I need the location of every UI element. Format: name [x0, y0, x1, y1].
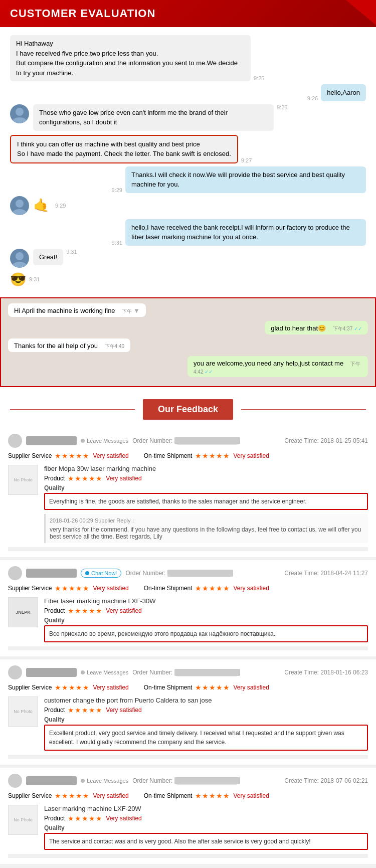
msg-text-5: Thanks.I will check it now.We will provi… — [125, 166, 366, 193]
buyer-avatar-2 — [8, 566, 22, 580]
supplier-satisfied-4: Very satisfied — [93, 792, 128, 799]
order-info-3: Order Number: ██████████████ — [132, 669, 240, 676]
avatar-3 — [10, 104, 29, 123]
supplier-service-rating-4: Supplier Service ★★★★★ Very satisfied — [8, 792, 129, 800]
leave-dot-1 — [81, 439, 85, 443]
chat-message-5: 9:29 Thanks.I will check it now.We will … — [10, 166, 366, 193]
wa-message-2: glad to hear that😊 下午4:37 ✓✓ — [8, 321, 368, 334]
leave-dot-4 — [81, 779, 85, 783]
quality-label-3: Quality — [44, 716, 368, 723]
quality-text-3: Excellent product, very good service and… — [44, 725, 368, 751]
avatar-6 — [10, 196, 29, 215]
chat-message-6-wrap: 🤙 9:29 — [10, 196, 366, 215]
product-satisfied-3: Very satisfied — [106, 707, 141, 714]
wa-text-1: Hi April the machine is working fine — [14, 307, 115, 314]
supplier-satisfied-3: Very satisfied — [93, 684, 128, 691]
on-time-stars-3: ★★★★★ — [195, 683, 230, 691]
avatar-8 — [10, 249, 29, 268]
product-row-3: No Photo customer change the port from P… — [8, 697, 368, 751]
chat-section-1: Hi Hathaway I have received five price,t… — [0, 27, 376, 297]
leave-message-button-3[interactable]: Leave Messages — [81, 669, 128, 675]
svg-point-4 — [16, 252, 24, 260]
review-card-3: ██████████ Leave Messages Order Number: … — [0, 659, 376, 768]
msg-text-2: hello,Aaron — [321, 84, 366, 101]
order-info-2: Order Number: ██████████████ — [125, 570, 233, 577]
on-time-label-1: On-time Shipment — [144, 452, 193, 459]
review-ratings-3: Supplier Service ★★★★★ Very satisfied On… — [8, 683, 368, 691]
supplier-reply-1: 2018-01-26 00:29 Supplier Reply： very th… — [44, 514, 368, 543]
review-header-3: ██████████ Leave Messages Order Number: … — [8, 665, 368, 679]
quality-section-2: Quality Все приехало во время, рекоменду… — [44, 617, 368, 642]
review-ratings-2: Supplier Service ★★★★★ Very satisfied On… — [8, 584, 368, 592]
buyer-name-3: ██████████ — [26, 668, 77, 677]
on-time-stars-1: ★★★★★ — [195, 452, 230, 460]
msg-time-9: 9:31 — [29, 276, 40, 282]
review-card-1: ██████████ Leave Messages Order Number: … — [0, 428, 376, 560]
wa-time-3: 下午4:40 — [105, 343, 124, 349]
create-time-2: Create Time: 2018-04-24 11:27 — [284, 570, 368, 577]
product-rating-row-1: Product ★★★★★ Very satisfied — [44, 474, 368, 482]
product-label-4: Product — [44, 815, 65, 822]
header-ribbon-decoration — [346, 0, 376, 25]
svg-point-5 — [13, 262, 27, 268]
review-header-2: ██████████ Chat Now! Order Number: █████… — [8, 566, 368, 580]
buyer-avatar-1 — [8, 434, 22, 448]
section-divider-2 — [8, 646, 368, 650]
chat-now-button-2[interactable]: Chat Now! — [81, 569, 121, 578]
product-stars-2: ★★★★★ — [68, 607, 103, 615]
buyer-name-4: ██████████ — [26, 776, 77, 785]
product-rating-row-2: Product ★★★★★ Very satisfied — [44, 607, 368, 615]
quality-label-2: Quality — [44, 617, 368, 624]
leave-message-button-4[interactable]: Leave Messages — [81, 778, 128, 784]
supplier-stars-1: ★★★★★ — [55, 452, 90, 460]
section-divider-3 — [8, 755, 368, 759]
product-image-1: No Photo — [8, 465, 38, 495]
product-name-4: Laser marking machine LXF-20W — [44, 805, 368, 812]
review-header-1: ██████████ Leave Messages Order Number: … — [8, 434, 368, 448]
on-time-stars-4: ★★★★★ — [195, 792, 230, 800]
wa-message-3: Thanks for the all help of you 下午4:40 — [8, 338, 368, 352]
wa-time-1: 下午 ▼ — [122, 308, 140, 314]
supplier-stars-2: ★★★★★ — [55, 584, 90, 592]
buyer-avatar-4 — [8, 774, 22, 788]
page-header: CUSTOMER EVALUATION — [0, 0, 376, 27]
whatsapp-chat-section: Hi April the machine is working fine 下午 … — [0, 297, 376, 387]
wa-message-1: Hi April the machine is working fine 下午 … — [8, 303, 368, 317]
review-ratings-1: Supplier Service ★★★★★ Very satisfied On… — [8, 452, 368, 460]
feedback-title: Our Feedback — [143, 399, 233, 420]
on-time-rating-4: On-time Shipment ★★★★★ Very satisfied — [144, 792, 269, 800]
msg-time-8: 9:31 — [66, 249, 77, 255]
product-details-3: customer change the port from Puerto Cal… — [44, 697, 368, 751]
product-label-3: Product — [44, 707, 65, 714]
leave-message-button-1[interactable]: Leave Messages — [81, 438, 128, 444]
leave-label-1: Leave Messages — [87, 438, 128, 444]
product-name-3: customer change the port from Puerto Cal… — [44, 697, 368, 704]
svg-point-0 — [16, 108, 24, 116]
msg-time-1: 9:25 — [254, 75, 264, 81]
quality-section-3: Quality Excellent product, very good ser… — [44, 716, 368, 751]
feedback-header: Our Feedback — [0, 387, 376, 428]
on-time-rating-3: On-time Shipment ★★★★★ Very satisfied — [144, 683, 269, 691]
supplier-satisfied-2: Very satisfied — [93, 585, 128, 592]
create-time-1: Create Time: 2018-01-25 05:41 — [284, 437, 368, 444]
wa-text-4: you are welcome,you need any help,just c… — [194, 360, 343, 367]
product-stars-4: ★★★★★ — [68, 814, 103, 822]
review-card-4: ██████████ Leave Messages Order Number: … — [0, 768, 376, 867]
product-stars-1: ★★★★★ — [68, 474, 103, 482]
msg-time-7: 9:31 — [112, 240, 122, 246]
chat-message-1: Hi Hathaway I have received five price,t… — [10, 35, 366, 81]
order-info-1: Order Number: ██████████████ — [132, 437, 240, 444]
supplier-service-rating-3: Supplier Service ★★★★★ Very satisfied — [8, 683, 129, 691]
supplier-satisfied-1: Very satisfied — [93, 452, 128, 459]
product-satisfied-2: Very satisfied — [106, 607, 141, 614]
reply-text-1: very thanks for the commend, if you have… — [50, 526, 364, 540]
msg-time-6: 9:29 — [55, 203, 66, 209]
leave-dot-3 — [81, 670, 85, 674]
product-label-1: Product — [44, 475, 65, 482]
wa-time-2: 下午4:37 ✓✓ — [333, 326, 362, 331]
product-satisfied-1: Very satisfied — [106, 475, 141, 482]
quality-text-4: The service and contact was and is very … — [44, 833, 368, 850]
msg-text-4: I think you can offer us machine with be… — [10, 135, 238, 163]
wa-text-2: glad to hear that😊 — [271, 324, 326, 332]
feedback-header-section: Our Feedback — [0, 387, 376, 428]
